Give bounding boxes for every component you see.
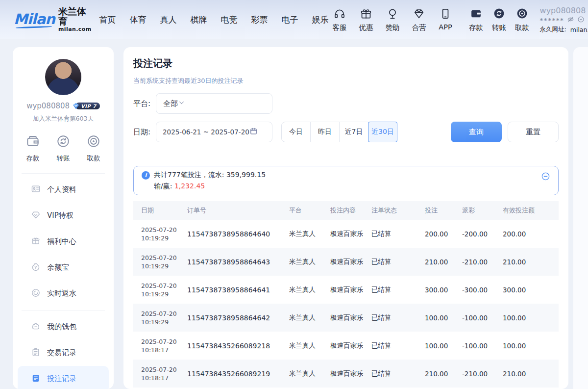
cell-order-no: 1154738738958864642 <box>187 314 289 322</box>
quick-link-partner[interactable]: 合营 <box>408 7 430 32</box>
wallet-action-withdraw[interactable]: 取款 <box>513 7 532 32</box>
nav-item[interactable]: 彩票 <box>251 14 268 26</box>
sidebar-item-label: 个人资料 <box>47 185 76 194</box>
wallet-action-transfer[interactable]: 转账 <box>490 7 509 32</box>
main-panel: 投注记录 当前系统支持查询最近30日的投注记录 平台: 全部 日期: 2025-… <box>123 47 568 389</box>
table-row: 2025-07-2010:18:171154738435266089218米兰真… <box>133 332 559 360</box>
reset-button[interactable]: 重置 <box>508 122 559 142</box>
nav-item[interactable]: 棋牌 <box>191 14 207 26</box>
quick-range-group: 今日昨日近7日近30日 <box>281 122 397 142</box>
purse-icon <box>31 321 41 333</box>
diamond-icon <box>31 210 41 222</box>
range-button[interactable]: 今日 <box>281 122 311 142</box>
platform-select[interactable]: 全部 <box>156 93 272 114</box>
sidebar-item-rebate[interactable]: 实时返水 <box>18 281 109 307</box>
cell-datetime: 2025-07-2010:19:29 <box>133 226 187 242</box>
brand-logo[interactable]: Milan 米兰体育 milan.com <box>14 7 92 32</box>
username[interactable]: wyp080808 <box>540 6 586 15</box>
sidebar-item-bet-records[interactable]: 投注记录 <box>18 366 109 389</box>
cell-valid-bet: 210.00 <box>503 258 559 266</box>
vip-badge[interactable]: VIP 7 <box>72 103 100 110</box>
summary-prefix: 共计777笔投注，流水: <box>154 171 224 179</box>
platform-filter-row: 平台: 全部 <box>133 93 559 114</box>
joined-days-text: 加入米兰体育第603天 <box>13 115 114 123</box>
cell-bet-content: 极速百家乐 <box>330 369 371 378</box>
cell-bet-amount: 100.00 <box>425 314 462 322</box>
cell-status: 已结算 <box>371 369 425 378</box>
column-header: 投注 <box>425 206 462 215</box>
calendar-icon <box>249 127 258 137</box>
sidebar-deposit-button[interactable]: 存款 <box>25 134 40 163</box>
date-range-input[interactable]: 2025-06-21 ~ 2025-07-20 <box>156 122 272 142</box>
table-row: 2025-07-2010:19:291154738738958864640米兰真… <box>133 220 559 248</box>
chevron-circle-icon[interactable] <box>577 16 585 25</box>
sidebar-item-wallet[interactable]: 我的钱包 <box>18 314 109 340</box>
topbar: Milan 米兰体育 milan.com 首页体育真人棋牌电竞彩票电子娱乐 客服… <box>0 0 588 39</box>
cell-valid-bet: 100.00 <box>503 342 559 350</box>
sidebar-item-yuebao[interactable]: 余额宝 <box>18 255 109 281</box>
nav-item[interactable]: 电子 <box>282 14 298 26</box>
cell-bet-content: 极速百家乐 <box>330 285 371 294</box>
cell-payout: -210.00 <box>462 370 503 378</box>
nav-item[interactable]: 首页 <box>99 14 116 26</box>
gem-icon <box>413 7 425 22</box>
nav-item[interactable]: 体育 <box>130 14 147 26</box>
topbar-right: 客服 优惠 赞助 合营 APP <box>329 6 588 34</box>
summary-banner: i 共计777笔投注，流水: 359,999.15 输/赢: 1,232.45 <box>133 166 559 195</box>
quick-link-app[interactable]: APP <box>435 7 457 32</box>
column-header: 订单号 <box>187 206 289 215</box>
cell-bet-content: 极速百家乐 <box>330 230 371 238</box>
sidebar-item-welfare[interactable]: 福利中心 <box>18 229 109 255</box>
wallet-action-label: 取款 <box>515 23 529 32</box>
cell-order-no: 1154738738958864641 <box>187 286 289 294</box>
cell-order-no: 1154738435266089218 <box>187 342 289 350</box>
quick-link-label: 赞助 <box>386 23 400 32</box>
cell-valid-bet: 200.00 <box>503 230 559 238</box>
collapse-icon[interactable] <box>541 172 550 181</box>
cell-platform: 米兰真人 <box>289 230 330 238</box>
page-subtitle: 当前系统支持查询最近30日的投注记录 <box>133 77 559 85</box>
cell-datetime: 2025-07-2010:19:29 <box>133 282 187 298</box>
transfer-icon <box>56 134 71 151</box>
nav-item[interactable]: 真人 <box>160 14 177 26</box>
scrollbar-track[interactable] <box>573 47 588 389</box>
sidebar-transfer-button[interactable]: 转账 <box>56 134 71 163</box>
table-row: 2025-07-2010:19:291154738738958864643米兰真… <box>133 248 559 276</box>
platform-label: 平台: <box>133 99 156 108</box>
date-range-value: 2025-06-21 ~ 2025-07-20 <box>163 128 249 136</box>
column-header: 日期 <box>133 206 187 215</box>
query-button[interactable]: 查询 <box>451 122 502 142</box>
quick-link-sponsor[interactable]: 赞助 <box>382 7 404 32</box>
column-header: 派彩 <box>462 206 503 215</box>
wallet-actions: 存款 转账 取款 <box>466 7 532 32</box>
quick-link-promo[interactable]: 优惠 <box>355 7 377 32</box>
sidebar-item-label: 交易记录 <box>47 348 76 358</box>
sidebar-withdraw-button[interactable]: 取款 <box>86 134 101 163</box>
nav-item[interactable]: 电竞 <box>221 14 238 26</box>
sidebar-item-label: VIP特权 <box>47 211 74 220</box>
moneybag-icon <box>31 262 41 274</box>
cell-status: 已结算 <box>371 230 425 238</box>
user-block: wyp080808 VIP 7 ****** 永久网址: milan.com <box>540 6 588 34</box>
page: Milan 米兰体育 milan.com 首页体育真人棋牌电竞彩票电子娱乐 客服… <box>0 0 588 389</box>
sidebar-item-profile[interactable]: 个人资料 <box>18 177 109 203</box>
headset-icon <box>333 7 346 22</box>
cell-payout: -100.00 <box>462 314 503 322</box>
quick-link-label: 优惠 <box>359 23 373 32</box>
column-header: 投注内容 <box>330 206 371 215</box>
permanent-url: milan.com <box>570 26 588 33</box>
quick-link-service[interactable]: 客服 <box>329 7 351 32</box>
range-button[interactable]: 昨日 <box>310 122 340 142</box>
cell-bet-content: 极速百家乐 <box>330 341 371 350</box>
eye-off-icon[interactable] <box>567 16 574 25</box>
sidebar-item-vip[interactable]: VIP特权 <box>18 203 109 229</box>
nav-item[interactable]: 娱乐 <box>312 14 329 26</box>
quick-action-label: 取款 <box>87 154 100 163</box>
range-button[interactable]: 近7日 <box>339 122 368 142</box>
cell-datetime: 2025-07-2010:18:17 <box>133 337 187 354</box>
phone-icon <box>439 7 452 22</box>
wallet-action-deposit[interactable]: 存款 <box>466 7 486 32</box>
sidebar-item-transactions[interactable]: 交易记录 <box>18 340 109 366</box>
range-button[interactable]: 近30日 <box>368 122 397 142</box>
sidebar-item-label: 我的钱包 <box>47 322 76 332</box>
